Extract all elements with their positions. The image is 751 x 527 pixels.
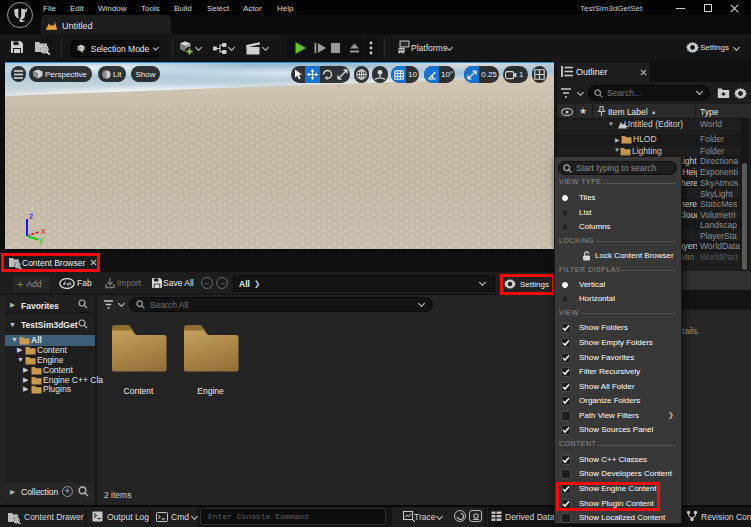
svg-text:y: y (39, 235, 44, 245)
svg-text:z: z (29, 211, 34, 221)
